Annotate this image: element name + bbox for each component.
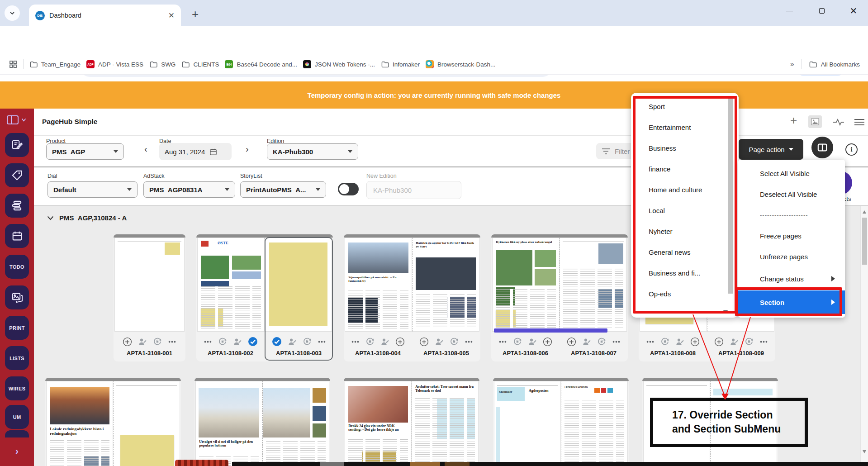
page-thumbnail[interactable]: Lokale redningsdykkere bisto i redningsa… xyxy=(46,381,113,466)
bookmark-item[interactable]: Team_Engage xyxy=(29,60,81,68)
calendar-icon[interactable] xyxy=(209,148,217,156)
submenu-scroll-down-icon[interactable] xyxy=(723,310,728,314)
add-page-icon[interactable] xyxy=(543,337,552,347)
more-options-icon[interactable] xyxy=(465,338,473,346)
submenu-item-general-news[interactable]: General news xyxy=(631,242,739,262)
new-edition-toggle[interactable] xyxy=(338,183,359,195)
page-thumbnail[interactable]: Drakk 24 glas vin under NRK-sending: - D… xyxy=(345,381,412,466)
sidebar-item-media[interactable] xyxy=(5,285,29,309)
page-thumbnail[interactable] xyxy=(114,238,185,332)
assignee-icon[interactable] xyxy=(675,337,684,346)
tab-close-icon[interactable]: ✕ xyxy=(168,12,175,19)
page-spread-card[interactable]: APTA1-3108-001 xyxy=(114,234,185,361)
adstack-select[interactable]: PMS_AGP0831A xyxy=(143,181,235,198)
window-minimize-button[interactable] xyxy=(776,0,802,22)
add-page-icon[interactable] xyxy=(395,337,405,347)
window-maximize-button[interactable] xyxy=(809,0,835,22)
page-spread-card[interactable]: Utvalget vil si nei til boliger på den p… xyxy=(194,378,330,466)
status-lock-icon[interactable] xyxy=(303,337,312,346)
assignee-icon[interactable] xyxy=(582,337,591,346)
bookmarks-overflow-icon[interactable]: » xyxy=(790,60,794,68)
status-lock-icon[interactable] xyxy=(513,337,522,346)
page-thumbnail[interactable]: ØSTE xyxy=(197,238,265,332)
sidebar-item-compose[interactable] xyxy=(5,133,29,157)
page-thumbnail[interactable]: Dykkeren fikk ny plass etter nabokrangel xyxy=(492,238,560,332)
menu-item-deselect-all-visible[interactable]: Deselect All Visible xyxy=(738,184,845,204)
sidebar-item-calendar[interactable] xyxy=(5,224,29,248)
browser-tab[interactable]: DB Dashboard ✕ xyxy=(29,5,181,26)
page-action-button[interactable]: Page action xyxy=(739,139,803,160)
assignee-icon[interactable] xyxy=(730,337,739,346)
submenu-item-entertainment[interactable]: Entertainment xyxy=(631,117,739,138)
submenu-item-business-and-fi-[interactable]: Business and fi... xyxy=(631,262,739,283)
submenu-item-finance[interactable]: finance xyxy=(631,158,739,179)
sidebar-item-print[interactable]: PRINT xyxy=(5,316,29,340)
page-thumbnail[interactable] xyxy=(560,238,627,332)
menu-item-freeze-pages[interactable]: Freeze pages xyxy=(738,225,845,246)
page-spread-card[interactable]: Drakk 24 glas vin under NRK-sending: - D… xyxy=(344,378,479,466)
more-options-icon[interactable] xyxy=(612,338,621,346)
apps-grid-icon[interactable] xyxy=(9,60,17,68)
bookmark-item[interactable]: Infomaker xyxy=(381,60,420,68)
menu-item-select-all-visible[interactable]: Select All Visible xyxy=(738,163,845,184)
page-spread-card[interactable]: Lokale redningsdykkere bisto i redningsa… xyxy=(45,378,181,466)
page-thumbnail[interactable]: Avslutter søket: Tror savnet mann fra Te… xyxy=(412,381,479,466)
status-lock-icon[interactable] xyxy=(597,337,606,346)
page-thumbnail[interactable]: Stjernepolitiker på snar-visitt: – En fa… xyxy=(345,238,412,332)
more-options-icon[interactable] xyxy=(168,338,176,346)
assignee-icon[interactable] xyxy=(288,337,297,346)
add-page-icon[interactable] xyxy=(567,337,576,347)
info-icon[interactable]: i xyxy=(845,143,858,156)
menu-item-change-status[interactable]: Change status xyxy=(738,267,845,290)
date-picker[interactable]: Aug 31, 2024 xyxy=(159,143,232,160)
bookmark-item[interactable]: ADPADP - Vista ESS xyxy=(86,60,143,68)
sidebar-item-wires[interactable]: WIRES xyxy=(5,376,29,400)
page-thumbnail[interactable]: Utvalget vil si nei til boliger på den p… xyxy=(195,381,262,466)
selected-check-icon[interactable] xyxy=(272,337,282,347)
product-select[interactable]: PMS_AGP xyxy=(46,143,124,160)
layout-toggle-button[interactable] xyxy=(811,137,833,158)
submenu-item-business[interactable]: Business xyxy=(631,138,739,158)
activity-icon[interactable] xyxy=(833,119,844,126)
vertical-scrollbar[interactable] xyxy=(860,206,868,466)
assignee-icon[interactable] xyxy=(435,337,444,346)
status-lock-icon[interactable] xyxy=(660,337,669,346)
tab-search-button[interactable] xyxy=(5,5,20,21)
submenu-item-sport[interactable]: Sport xyxy=(631,96,739,117)
status-lock-icon[interactable] xyxy=(218,337,227,346)
edition-select[interactable]: KA-Phub300 xyxy=(267,143,358,160)
dial-select[interactable]: Default xyxy=(47,181,138,198)
sidebar-item-todo[interactable]: TODO xyxy=(5,255,29,279)
sidebar-item-tags[interactable] xyxy=(5,163,29,187)
more-options-icon[interactable] xyxy=(318,338,326,346)
submenu-item-nyheter[interactable]: Nyheter xyxy=(631,221,739,242)
bookmark-item[interactable]: Browserstack-Dash... xyxy=(426,60,495,68)
more-options-icon[interactable] xyxy=(498,338,507,346)
add-page-icon[interactable] xyxy=(123,337,132,347)
storylist-select[interactable]: PrintAutoPMS_A... xyxy=(240,181,326,198)
bookmark-item[interactable]: JSON Web Tokens -... xyxy=(303,60,375,68)
bookmark-item[interactable]: CLIENTS xyxy=(181,60,219,68)
group-header[interactable]: PMS_AGP,310824 - A xyxy=(47,214,127,222)
app-switcher-button[interactable] xyxy=(6,112,28,128)
status-lock-icon[interactable] xyxy=(153,337,162,346)
assignee-icon[interactable] xyxy=(380,337,389,346)
submenu-scrollbar[interactable] xyxy=(728,97,733,294)
sidebar-item-um[interactable]: UM xyxy=(5,405,29,429)
add-page-icon[interactable] xyxy=(714,337,724,347)
menu-item-unfreeze-pages[interactable]: Unfreeze pages xyxy=(738,246,845,267)
bookmark-item[interactable]: SWG xyxy=(149,60,175,68)
add-icon[interactable]: + xyxy=(790,114,797,128)
scroll-up-icon[interactable] xyxy=(863,210,866,214)
page-preview-icon[interactable] xyxy=(808,115,822,128)
page-thumbnail[interactable]: MeningerAgderposten xyxy=(494,381,561,466)
menu-item-section[interactable]: Section xyxy=(738,290,845,314)
all-bookmarks-button[interactable]: All Bookmarks xyxy=(809,60,860,68)
window-close-button[interactable]: ✕ xyxy=(840,0,867,22)
page-thumbnail[interactable]: Hattrick ga opptur for G15: G17 fikk ban… xyxy=(412,238,479,332)
new-tab-button[interactable]: + xyxy=(192,7,199,21)
assignee-icon[interactable] xyxy=(138,337,147,346)
more-options-icon[interactable] xyxy=(204,338,212,346)
assignee-icon[interactable] xyxy=(233,337,242,346)
page-spread-card[interactable]: Dykkeren fikk ny plass etter nabokrangel… xyxy=(491,234,628,361)
